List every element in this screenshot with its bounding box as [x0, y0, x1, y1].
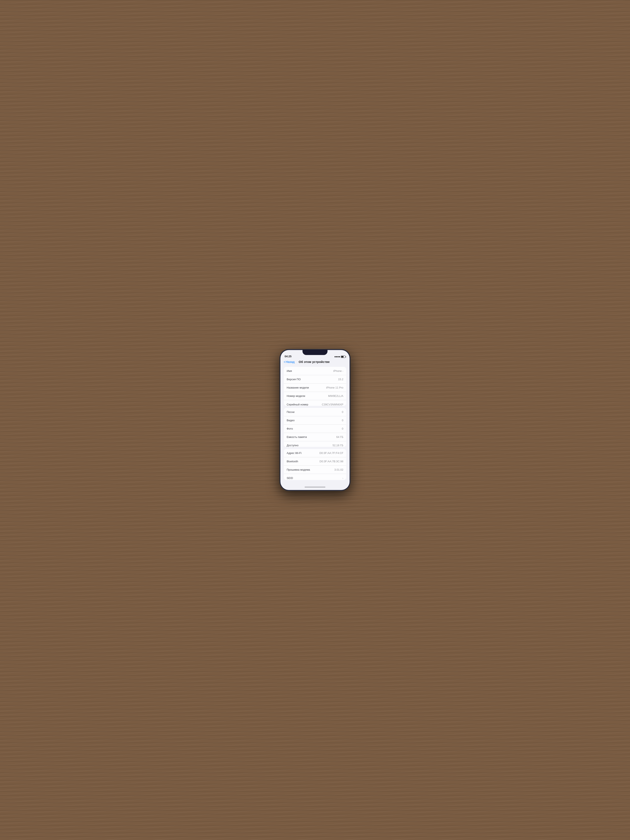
row-label-seid: SEID — [287, 477, 293, 480]
table-row: Версия ПО 15.2 — [284, 375, 346, 384]
media-storage-group: Песни 0 Видео 0 Фото 0 Емкость памяти 64… — [284, 408, 346, 447]
row-value-photos: 0 — [342, 427, 343, 430]
signal-icon — [335, 356, 340, 357]
row-label-name: Имя — [287, 369, 292, 373]
table-row: Доступно 52,18 ГБ — [284, 441, 346, 447]
row-value-bluetooth: D0:3F:AA:7B:3C:98 — [320, 460, 343, 463]
row-value-capacity: 64 ГБ — [336, 436, 343, 439]
row-value-videos: 0 — [342, 419, 343, 422]
row-label-wifi: Адрес Wi-Fi — [287, 452, 302, 455]
chevron-icon: › — [342, 477, 343, 480]
row-value-modem-firmware: 3.01.02 — [335, 468, 343, 471]
row-value-serial: C39CV3NMN6XP — [322, 403, 343, 406]
status-icons — [335, 355, 346, 358]
device-info-group: Имя iPhone › Версия ПО 15.2 Название мод… — [284, 367, 346, 406]
row-label-songs: Песни — [287, 411, 295, 414]
row-label-capacity: Емкость памяти — [287, 436, 307, 439]
home-bar — [305, 487, 325, 488]
navigation-bar: ‹ Назад Об этом устройстве — [280, 359, 350, 365]
battery-fill — [341, 356, 344, 357]
table-row[interactable]: Имя iPhone › — [284, 367, 346, 375]
phone-screen: 04:25 ‹ Назад Об этом устройстве — [280, 350, 350, 490]
table-row: Песни 0 — [284, 408, 346, 416]
row-label-modem-firmware: Прошивка модема — [287, 468, 310, 471]
row-label-os-version: Версия ПО — [287, 378, 301, 381]
status-time: 04:25 — [284, 355, 292, 358]
table-row: Адрес Wi-Fi D0:3F:AA:7F:F4:CF — [284, 449, 346, 457]
row-label-photos: Фото — [287, 427, 293, 430]
row-value-seid: › — [342, 477, 343, 480]
table-row: Видео 0 — [284, 416, 346, 425]
row-value-os-version: 15.2 — [338, 378, 343, 381]
table-row: Серийный номер C39CV3NMN6XP — [284, 400, 346, 406]
row-value-songs: 0 — [342, 411, 343, 414]
notch — [303, 350, 327, 355]
row-value-available: 52,18 ГБ — [333, 444, 343, 447]
row-label-videos: Видео — [287, 419, 295, 422]
back-button[interactable]: ‹ Назад — [284, 360, 295, 363]
row-label-bluetooth: Bluetooth — [287, 460, 298, 463]
table-row: Фото 0 — [284, 425, 346, 433]
row-value-wifi: D0:3F:AA:7F:F4:CF — [319, 452, 343, 455]
table-row: Название модели iPhone 11 Pro — [284, 384, 346, 392]
row-value-model-name: iPhone 11 Pro — [326, 386, 343, 389]
back-label: Назад — [286, 360, 295, 363]
table-row: Bluetooth D0:3F:AA:7B:3C:98 — [284, 457, 346, 466]
row-label-model-number: Номер модели — [287, 395, 305, 398]
phone-device: 04:25 ‹ Назад Об этом устройстве — [279, 349, 351, 491]
row-label-model-name: Название модели — [287, 386, 309, 389]
table-row: Емкость памяти 64 ГБ — [284, 433, 346, 441]
row-value-name: iPhone › — [333, 369, 343, 373]
table-row: Номер модели MW9E2LL/A — [284, 392, 346, 400]
table-row[interactable]: SEID › — [284, 474, 346, 480]
row-label-serial: Серийный номер — [287, 403, 308, 406]
scroll-content[interactable]: Имя iPhone › Версия ПО 15.2 Название мод… — [280, 365, 350, 484]
row-value-model-number: MW9E2LL/A — [328, 395, 343, 398]
battery-icon — [341, 355, 346, 358]
home-indicator — [280, 484, 350, 490]
chevron-icon: › — [342, 369, 343, 373]
page-title: Об этом устройстве — [295, 360, 334, 363]
row-label-available: Доступно — [287, 444, 298, 447]
table-row: Прошивка модема 3.01.02 — [284, 466, 346, 474]
back-chevron-icon: ‹ — [284, 360, 285, 363]
network-group: Адрес Wi-Fi D0:3F:AA:7F:F4:CF Bluetooth … — [284, 449, 346, 480]
